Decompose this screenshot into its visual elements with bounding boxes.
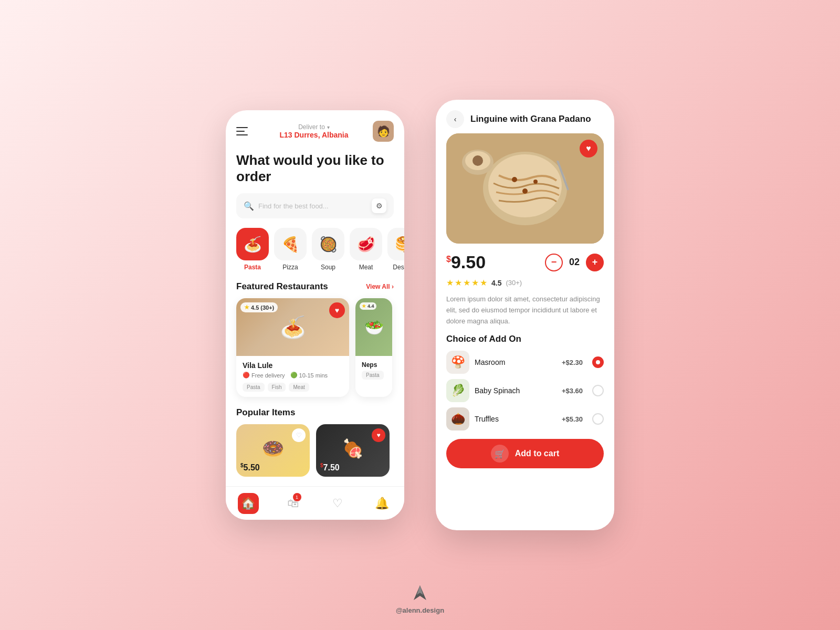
- star-3: ★: [463, 278, 470, 288]
- star-half: ★: [480, 278, 487, 288]
- popular-title: Popular Items: [236, 407, 394, 418]
- category-pizza-icon: 🍕: [274, 228, 307, 260]
- popular-price-2: $7.50: [320, 463, 340, 472]
- nav-cart[interactable]: 🛍 1: [282, 493, 303, 514]
- addon-spinach-radio[interactable]: [592, 385, 604, 396]
- left-header: Deliver to L13 Durres, Albania 🧑: [226, 110, 404, 147]
- svg-point-5: [522, 188, 528, 194]
- category-pizza[interactable]: 🍕 Pizza: [274, 228, 307, 271]
- svg-point-3: [512, 177, 517, 182]
- tag-fish: Fish: [268, 383, 286, 392]
- popular-items-list: 🍩 $5.50 ♡ 🍖 $7.50 ♥: [236, 424, 394, 477]
- favorites-icon: ♡: [327, 493, 348, 514]
- neps-name: Neps: [362, 361, 386, 369]
- star-2: ★: [455, 278, 462, 288]
- star-1: ★: [446, 278, 454, 288]
- featured-section-header: Featured Restaurants View All ›: [236, 281, 394, 292]
- left-phone: Deliver to L13 Durres, Albania 🧑 What wo…: [226, 110, 404, 520]
- addon-truffles-name: Truffles: [475, 415, 556, 423]
- category-meat[interactable]: 🥩 Meat: [350, 228, 382, 271]
- popular-item-2[interactable]: 🍖 $7.50 ♥: [316, 424, 390, 477]
- category-dessert-icon: 🥞: [387, 228, 404, 260]
- bottom-navigation: 🏠 🛍 1 ♡ 🔔: [226, 486, 404, 520]
- addon-baby-spinach[interactable]: 🥬 Baby Spinach +$3.60: [446, 379, 604, 402]
- back-button[interactable]: ‹: [446, 110, 464, 128]
- watermark-logo: [396, 583, 444, 604]
- restaurant-name: Vila Lule: [243, 361, 343, 370]
- right-phone: ‹ Linguine with Grana Padano: [436, 100, 614, 530]
- search-placeholder: Find for the best food...: [258, 202, 368, 210]
- category-dessert-label: Dessert: [393, 264, 404, 271]
- rating-badge: ★ 4.5 (30+): [240, 302, 278, 312]
- addon-masroom-price: +$2.30: [562, 359, 583, 366]
- addon-truffles-radio[interactable]: [592, 413, 604, 425]
- addon-list: 🍄 Masroom +$2.30 🥬 Baby Spinach +$3.60 🌰…: [446, 351, 604, 430]
- delivery-meta: 🔴 Free delivery: [243, 372, 285, 379]
- neps-rating: 4.4: [368, 303, 374, 309]
- addon-spinach-name: Baby Spinach: [475, 386, 556, 395]
- category-pasta[interactable]: 🍝 Pasta: [236, 228, 269, 271]
- dish-favorite-button[interactable]: ♥: [580, 140, 597, 158]
- card-info: Vila Lule 🔴 Free delivery 🟢 10-15 mins P…: [236, 356, 349, 397]
- increase-quantity-button[interactable]: +: [586, 254, 604, 271]
- star-icon: ★: [244, 304, 249, 311]
- category-soup-label: Soup: [321, 264, 335, 271]
- page-title: What would you like to order: [236, 152, 394, 185]
- popular-favorite-1[interactable]: ♡: [292, 428, 306, 442]
- rating-value: 4.5: [491, 279, 501, 287]
- rating-row: ★ ★ ★ ★ ★ 4.5 (30+): [446, 278, 604, 288]
- star-icon: ★: [362, 303, 366, 309]
- addon-masroom[interactable]: 🍄 Masroom +$2.30: [446, 351, 604, 374]
- svg-point-9: [472, 155, 483, 166]
- search-bar[interactable]: 🔍 Find for the best food... ⚙: [236, 193, 394, 218]
- popular-item-1[interactable]: 🍩 $5.50 ♡: [236, 424, 310, 477]
- watermark-handle: @alenn.design: [396, 606, 444, 614]
- rating-count: (30+): [260, 304, 274, 311]
- addon-spinach-price: +$3.60: [562, 387, 583, 395]
- category-soup[interactable]: 🥘 Soup: [312, 228, 344, 271]
- filter-button[interactable]: ⚙: [372, 198, 386, 213]
- price-quantity-row: $9.50 − 02 +: [446, 252, 604, 272]
- category-soup-icon: 🥘: [312, 228, 344, 260]
- view-all-button[interactable]: View All ›: [366, 283, 394, 290]
- decrease-quantity-button[interactable]: −: [545, 254, 563, 271]
- add-to-cart-button[interactable]: 🛒 Add to cart: [446, 439, 604, 468]
- left-content: What would you like to order 🔍 Find for …: [226, 147, 404, 482]
- addon-masroom-radio[interactable]: [592, 356, 604, 368]
- addon-truffles-icon: 🌰: [446, 407, 469, 430]
- nav-notifications[interactable]: 🔔: [372, 493, 393, 514]
- location-info[interactable]: Deliver to L13 Durres, Albania: [255, 123, 373, 139]
- neps-rating-badge: ★ 4.4: [360, 302, 376, 310]
- cart-badge: 1: [293, 493, 301, 501]
- nav-favorites[interactable]: ♡: [327, 493, 348, 514]
- popular-price-1: $5.50: [240, 463, 260, 472]
- popular-favorite-2[interactable]: ♥: [372, 428, 385, 442]
- category-meat-icon: 🥩: [350, 228, 382, 260]
- category-dessert[interactable]: 🥞 Dessert: [387, 228, 404, 271]
- avatar[interactable]: 🧑: [373, 121, 394, 142]
- rating-value: 4.5: [251, 304, 259, 311]
- tag-pasta: Pasta: [243, 383, 265, 392]
- restaurant-card-neps[interactable]: 🥗 ★ 4.4 Neps Pasta: [355, 298, 392, 397]
- right-content: $9.50 − 02 + ★ ★ ★ ★ ★ 4.5 (30+): [436, 244, 614, 477]
- currency-symbol: $: [446, 255, 451, 264]
- dish-image: ♥: [446, 133, 604, 244]
- cart-icon: 🛒: [491, 445, 509, 463]
- deliver-to-label: Deliver to: [255, 123, 373, 131]
- nav-home[interactable]: 🏠: [238, 493, 259, 514]
- star-4: ★: [471, 278, 479, 288]
- addon-masroom-icon: 🍄: [446, 351, 469, 374]
- right-header: ‹ Linguine with Grana Padano: [436, 100, 614, 133]
- quantity-display: 02: [569, 257, 580, 268]
- svg-point-4: [533, 180, 538, 184]
- addon-truffles[interactable]: 🌰 Truffles +$5.30: [446, 407, 604, 430]
- restaurant-card-vila-lule[interactable]: 🍝 ★ 4.5 (30+) ♥ Vila Lule 🔴 Free deliver…: [236, 298, 349, 397]
- home-icon: 🏠: [238, 493, 259, 514]
- category-pizza-label: Pizza: [282, 264, 298, 271]
- addon-truffles-price: +$5.30: [562, 415, 583, 423]
- watermark: @alenn.design: [396, 583, 444, 614]
- hamburger-menu-button[interactable]: [236, 122, 255, 141]
- search-icon: 🔍: [244, 201, 254, 211]
- add-to-cart-label: Add to cart: [515, 449, 559, 458]
- notifications-icon: 🔔: [372, 493, 393, 514]
